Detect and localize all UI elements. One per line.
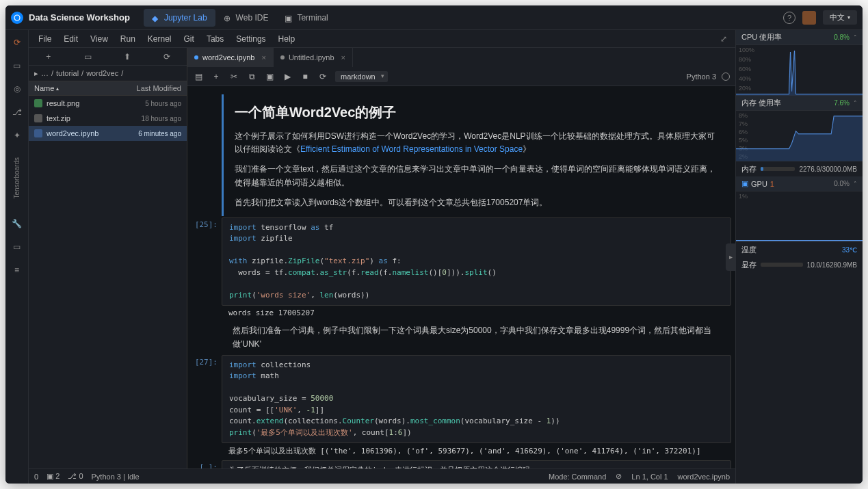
memory-stat: 内存 2276.9/30000.0MB xyxy=(736,161,863,176)
memory-header[interactable]: 内存 使用率 7.6% ˄ xyxy=(736,96,863,111)
workspace-title: Data Science Workshop xyxy=(29,12,130,23)
md-paragraph: 然后我们准备一个词典，例子中我们限制一下这个词典最大size为50000，字典中… xyxy=(222,321,731,353)
status-git[interactable]: ⎇ 0 xyxy=(68,472,83,481)
top-tab-label: Web IDE xyxy=(236,13,269,23)
copy-icon[interactable]: ⧉ xyxy=(246,72,257,81)
chevron-up-icon: ˄ xyxy=(854,100,857,107)
list-icon[interactable]: ≡ xyxy=(12,265,23,276)
editor-tab[interactable]: word2vec.ipynb × xyxy=(187,48,274,67)
editor-tab[interactable]: Untitled.ipynb × xyxy=(274,48,353,67)
menu-view[interactable]: View xyxy=(85,32,114,46)
stat-value: 2276.9/30000.0MB xyxy=(799,166,857,173)
markdown-cell[interactable]: 然后我们准备一个词典，例子中我们限制一下这个词典最大size为50000，字典中… xyxy=(187,321,731,353)
close-icon[interactable]: × xyxy=(341,53,345,62)
menu-run[interactable]: Run xyxy=(115,32,141,46)
top-tab-webide[interactable]: ⊕ Web IDE xyxy=(215,9,277,27)
gpu-header[interactable]: ▣ GPU 1 0.0% ˄ xyxy=(736,176,863,191)
status-kernel[interactable]: Python 3 | Idle xyxy=(92,473,140,481)
cell-prompt: [27]: xyxy=(187,355,222,460)
menu-help[interactable]: Help xyxy=(273,32,301,46)
kernel-status-icon[interactable] xyxy=(722,72,730,81)
breadcrumb-seg[interactable]: word2vec xyxy=(86,69,118,77)
notebook-editor: word2vec.ipynb × Untitled.ipynb × ▤ + ✂ xyxy=(187,48,735,468)
chevron-up-icon: ˄ xyxy=(854,181,857,187)
file-modified: 6 minutes ago xyxy=(138,130,181,137)
wrench-icon[interactable]: 🔧 xyxy=(12,218,23,229)
col-modified[interactable]: Last Modified xyxy=(137,84,181,92)
code-cell[interactable]: [25]: import tensorflow as tf import zip… xyxy=(187,217,731,321)
breadcrumb-seg[interactable]: … xyxy=(41,69,49,77)
new-launcher-icon[interactable]: + xyxy=(29,52,68,62)
markdown-cell[interactable]: [ ]: 为了后面训练的方便，我们把单词用字典的index来进行标识，并且把原文… xyxy=(187,460,731,468)
upload-icon[interactable]: ⬆ xyxy=(108,52,148,62)
file-toolbar: + ▭ ⬆ ⟳ xyxy=(29,48,187,66)
stat-value: 10.0/16280.9MB xyxy=(807,261,857,269)
status-item[interactable]: 0 xyxy=(34,473,38,481)
menu-kernel[interactable]: Kernel xyxy=(142,32,177,46)
memory-bar xyxy=(761,167,795,171)
language-select[interactable]: 中文 ▾ xyxy=(823,10,857,25)
status-terminals[interactable]: ▣ 2 xyxy=(47,472,60,481)
top-tab-jupyter[interactable]: ◆ Jupyter Lab xyxy=(144,9,215,27)
tab-label: word2vec.ipynb xyxy=(202,53,254,62)
close-icon[interactable]: × xyxy=(261,53,265,62)
paste-icon[interactable]: ▣ xyxy=(264,72,275,81)
folder-icon: ▸ xyxy=(34,69,38,78)
code-input[interactable]: import collections import math vocabular… xyxy=(222,355,731,444)
avatar[interactable] xyxy=(802,11,816,25)
file-row[interactable]: word2vec.ipynb 6 minutes ago xyxy=(29,126,187,141)
col-name[interactable]: Name ▴ xyxy=(34,84,137,92)
gpu-index: 1 xyxy=(770,180,774,188)
kernel-name[interactable]: Python 3 xyxy=(687,72,716,81)
collapse-right-panel-icon[interactable]: ▸ xyxy=(726,243,735,271)
menu-edit[interactable]: Edit xyxy=(58,32,83,46)
run-icon[interactable]: ▶ xyxy=(282,72,293,81)
stat-label: 内存 xyxy=(741,164,757,174)
menu-tabs[interactable]: Tabs xyxy=(201,32,229,46)
cell-type-select[interactable]: markdown xyxy=(335,71,388,82)
md-paragraph: 这个例子展示了如何利用DSW进行构造一个Word2Vec的学习，Word2Vec… xyxy=(235,130,720,156)
tab-dot-icon xyxy=(194,55,198,60)
stop-icon[interactable]: ■ xyxy=(300,72,311,81)
breadcrumb-seg[interactable]: tutorial xyxy=(56,69,79,77)
activity-bar: ⟳ ▭ ◎ ⎇ ✦ Tensorboards 🔧 ▭ ≡ xyxy=(5,30,29,484)
gpumem-bar xyxy=(761,263,803,267)
panel-icon[interactable]: ▭ xyxy=(12,241,23,252)
markdown-cell[interactable]: 一个简单Word2Vec的例子 这个例子展示了如何利用DSW进行构造一个Word… xyxy=(187,94,731,216)
menu-file[interactable]: File xyxy=(33,32,57,46)
gpu-pct: 0.0% xyxy=(834,180,850,187)
code-cell[interactable]: [27]: import collections import math voc… xyxy=(187,355,731,460)
notebook-cells[interactable]: 一个简单Word2Vec的例子 这个例子展示了如何利用DSW进行构造一个Word… xyxy=(187,86,735,468)
tensorboards-label[interactable]: Tensorboards xyxy=(13,157,21,199)
restart-icon[interactable]: ⟳ xyxy=(317,72,328,81)
breadcrumb[interactable]: ▸ … / tutorial / word2vec / xyxy=(29,66,187,81)
md-source[interactable]: 为了后面训练的方便，我们把单词用字典的index来进行标识，并且把原文用这个进行… xyxy=(222,460,731,468)
code-input[interactable]: import tensorflow as tf import zipfile w… xyxy=(222,217,731,306)
refresh-icon[interactable]: ⟳ xyxy=(12,37,23,48)
menu-git[interactable]: Git xyxy=(179,32,200,46)
new-folder-icon[interactable]: ▭ xyxy=(68,52,108,62)
globe-icon: ⊕ xyxy=(224,14,232,22)
target-icon[interactable]: ◎ xyxy=(12,83,23,94)
refresh-files-icon[interactable]: ⟳ xyxy=(147,52,187,62)
expand-icon[interactable]: ⤢ xyxy=(716,34,731,44)
paper-link[interactable]: Efficient Estimation of Word Representat… xyxy=(300,144,523,154)
status-bell-icon[interactable]: ⊘ xyxy=(616,472,622,481)
menu-settings[interactable]: Settings xyxy=(231,32,271,46)
cpu-header[interactable]: CPU 使用率 0.8% ˄ xyxy=(736,30,863,45)
puzzle-icon[interactable]: ✦ xyxy=(12,130,23,141)
file-name: result.png xyxy=(47,99,141,107)
section-title: GPU xyxy=(751,180,767,188)
top-bar: Data Science Workshop ◆ Jupyter Lab ⊕ We… xyxy=(5,5,863,30)
save-icon[interactable]: ▤ xyxy=(193,72,204,81)
file-row[interactable]: result.png 5 hours ago xyxy=(29,96,187,111)
add-cell-icon[interactable]: + xyxy=(211,72,222,81)
file-row[interactable]: text.zip 18 hours ago xyxy=(29,111,187,126)
git-icon[interactable]: ⎇ xyxy=(12,107,23,118)
gpu-chart: 1% xyxy=(736,191,863,242)
help-icon[interactable]: ? xyxy=(783,12,795,24)
folder-icon[interactable]: ▭ xyxy=(12,60,23,71)
md-heading: 一个简单Word2Vec的例子 xyxy=(235,101,720,123)
cut-icon[interactable]: ✂ xyxy=(228,72,239,81)
top-tab-terminal[interactable]: ▣ Terminal xyxy=(276,9,336,27)
